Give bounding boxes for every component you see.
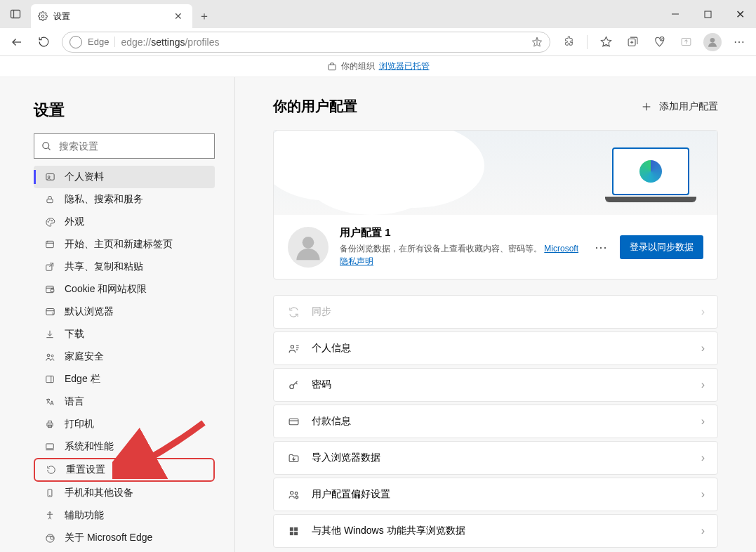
chevron-right-icon: ›	[701, 488, 705, 501]
svg-rect-33	[51, 289, 54, 292]
share-icon[interactable]	[673, 31, 698, 53]
svg-point-39	[51, 355, 53, 357]
nav-appearance[interactable]: 外观	[34, 211, 215, 233]
row-sync[interactable]: 同步 ›	[273, 295, 718, 329]
tab-title: 设置	[53, 11, 166, 22]
svg-rect-4	[705, 11, 711, 18]
nav-downloads[interactable]: 下载	[34, 323, 215, 346]
nav-family[interactable]: 家庭安全	[34, 346, 215, 368]
browser-toolbar: Edge edge://settings/profiles ⋯	[0, 28, 756, 56]
reset-icon	[45, 465, 58, 475]
nav-label: 默认浏览器	[65, 305, 114, 318]
svg-point-2	[41, 15, 44, 18]
svg-line-19	[48, 147, 50, 150]
managed-link[interactable]: 浏览器已托管	[379, 60, 430, 72]
row-payment[interactable]: 付款信息 ›	[273, 405, 718, 438]
svg-point-52	[303, 237, 314, 249]
address-bar[interactable]: Edge edge://settings/profiles	[62, 32, 550, 53]
back-button[interactable]	[4, 31, 29, 53]
edgebar-icon	[44, 374, 56, 384]
minimize-button[interactable]	[659, 0, 691, 28]
row-personal-info[interactable]: 个人信息 ›	[273, 331, 718, 365]
nav-phone[interactable]: 手机和其他设备	[34, 482, 215, 504]
nav-edgebar[interactable]: Edge 栏	[34, 368, 215, 390]
appearance-icon	[44, 217, 56, 228]
nav-system[interactable]: 系统和性能	[34, 435, 215, 458]
profile-hero-image	[274, 131, 717, 215]
extensions-icon[interactable]	[556, 31, 581, 53]
nav-privacy[interactable]: 隐私、搜索和服务	[34, 188, 215, 211]
nav-share[interactable]: 共享、复制和粘贴	[34, 256, 215, 278]
nav-about[interactable]: 关于 Microsoft Edge	[34, 527, 215, 549]
tab-actions-icon[interactable]	[0, 0, 31, 28]
nav-label: 关于 Microsoft Edge	[65, 532, 152, 544]
svg-rect-40	[46, 376, 54, 382]
collections-icon[interactable]	[620, 31, 645, 53]
svg-rect-17	[328, 65, 336, 70]
chevron-right-icon: ›	[701, 452, 705, 464]
svg-rect-22	[47, 199, 53, 202]
system-icon	[44, 442, 56, 452]
nav-cookies[interactable]: Cookie 和网站权限	[34, 278, 215, 301]
svg-point-53	[291, 345, 293, 348]
url-text: edge://settings/profiles	[121, 37, 526, 48]
lock-icon	[44, 195, 56, 204]
default-browser-icon	[44, 307, 56, 317]
profile-name: 用户配置 1	[340, 226, 583, 239]
nav-reset[interactable]: 重置设置	[34, 458, 215, 482]
profile-more-icon[interactable]: ⋯	[595, 239, 609, 255]
nav-label: 系统和性能	[65, 440, 114, 453]
svg-rect-44	[46, 444, 54, 449]
chevron-right-icon: ›	[701, 415, 705, 428]
card-icon	[286, 416, 300, 428]
browser-tab[interactable]: 设置 ✕	[31, 4, 192, 28]
key-icon	[286, 379, 300, 391]
row-label: 导入浏览器数据	[312, 452, 690, 464]
plus-icon	[641, 101, 652, 112]
nav-label: 下载	[65, 328, 84, 341]
nav-start[interactable]: 开始、主页和新建标签页	[34, 233, 215, 256]
row-profile-prefs[interactable]: 用户配置偏好设置 ›	[273, 478, 718, 511]
new-tab-button[interactable]: ＋	[192, 4, 216, 28]
row-import[interactable]: 导入浏览器数据 ›	[273, 441, 718, 475]
row-passwords[interactable]: 密码 ›	[273, 368, 718, 402]
signin-button[interactable]: 登录以同步数据	[620, 235, 703, 259]
nav-languages[interactable]: 语言	[34, 390, 215, 413]
nav-label: 外观	[65, 216, 84, 228]
nav-label: 家庭安全	[65, 350, 104, 363]
nav-label: 重置设置	[66, 464, 105, 476]
settings-title: 设置	[34, 100, 215, 121]
nav-label: 个人资料	[65, 171, 104, 183]
svg-point-16	[710, 38, 715, 43]
settings-search-input[interactable]	[59, 140, 207, 152]
profile-icon	[44, 172, 56, 183]
browser-essentials-icon[interactable]	[646, 31, 672, 53]
row-label: 密码	[312, 379, 690, 391]
svg-point-21	[48, 176, 50, 178]
close-tab-icon[interactable]: ✕	[171, 11, 185, 22]
nav-accessibility[interactable]: 辅助功能	[34, 504, 215, 527]
favorites-icon[interactable]	[593, 31, 618, 53]
download-icon	[44, 329, 56, 339]
reading-mode-icon[interactable]	[531, 37, 543, 48]
import-icon	[286, 452, 300, 464]
more-menu-icon[interactable]: ⋯	[727, 31, 752, 53]
site-identity-icon[interactable]	[69, 36, 82, 48]
nav-printers[interactable]: 打印机	[34, 413, 215, 435]
nav-default-browser[interactable]: 默认浏览器	[34, 301, 215, 323]
refresh-button[interactable]	[31, 31, 56, 53]
settings-content: 你的用户配置 添加用户配置 用户配置 1 备份浏览数据，在所有设备上查看收藏内容…	[235, 77, 756, 552]
chevron-right-icon: ›	[701, 379, 705, 391]
windows-icon	[286, 526, 300, 537]
row-windows-share[interactable]: 与其他 Windows 功能共享浏览数据 ›	[273, 514, 718, 548]
svg-rect-65	[294, 527, 298, 530]
close-window-button[interactable]: ✕	[724, 0, 756, 28]
nav-label: Edge 栏	[65, 373, 100, 386]
maximize-button[interactable]	[691, 0, 724, 28]
settings-search[interactable]	[34, 133, 215, 159]
add-profile-button[interactable]: 添加用户配置	[641, 100, 718, 113]
chevron-right-icon: ›	[701, 305, 705, 318]
profile-avatar-button[interactable]	[700, 31, 725, 53]
nav-profiles[interactable]: 个人资料	[34, 166, 215, 188]
cookie-icon	[44, 284, 56, 294]
